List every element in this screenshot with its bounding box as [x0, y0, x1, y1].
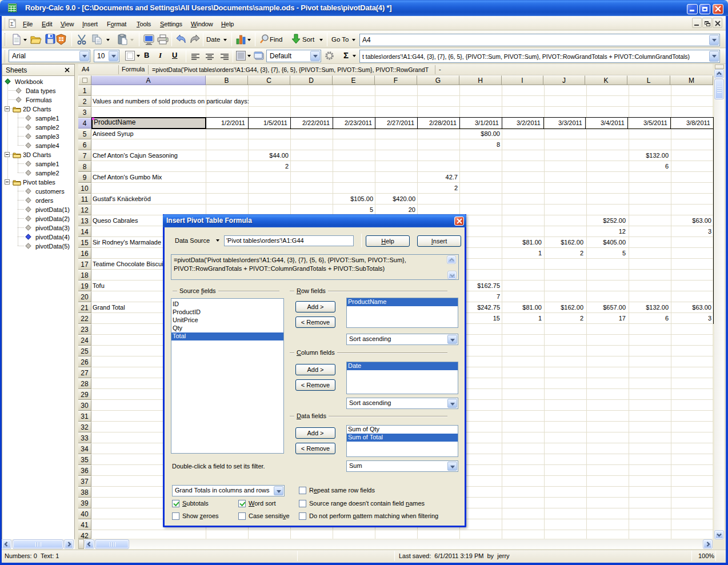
svg-text:Σ: Σ: [10, 21, 14, 27]
